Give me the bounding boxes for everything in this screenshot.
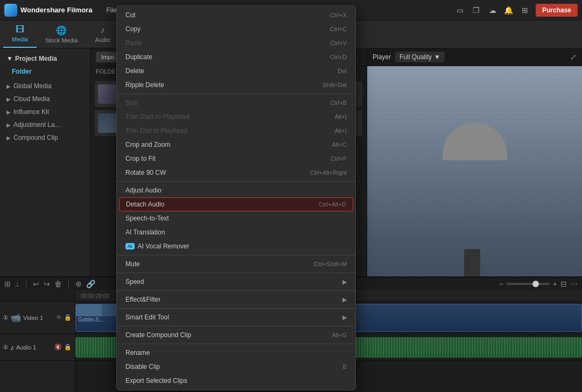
ctx-trim-start-shortcut: Alt+[ xyxy=(335,113,347,120)
ctx-export-selected-label: Export Selected Clips xyxy=(125,377,347,384)
sidebar-project-media-label: Project Media xyxy=(15,55,57,62)
sidebar-project-media-header[interactable]: ▼ Project Media xyxy=(4,52,86,66)
timeline-delete-icon[interactable]: 🗑 xyxy=(54,280,62,288)
ctx-copy[interactable]: Copy Ctrl+C xyxy=(117,22,355,36)
ctx-trim-end-label: Trim End to Playhead xyxy=(125,127,313,134)
ctx-ripple-delete[interactable]: Ripple Delete Shift+Del xyxy=(117,78,355,92)
video-track-num-icon: ① xyxy=(3,315,8,320)
top-bar-right: ▭ ❐ ☁ 🔔 ⊞ Purchase xyxy=(455,4,578,17)
ctx-split-label: Split xyxy=(125,99,308,106)
app-name: Wondershare Filmora xyxy=(20,6,92,14)
timeline-add-icon[interactable]: ⊞ xyxy=(4,280,11,288)
influence-kit-arrow-icon: ▶ xyxy=(6,109,11,115)
compound-clip-arrow-icon: ▶ xyxy=(6,135,11,141)
ctx-effect-filter[interactable]: Effect&Filter ▶ xyxy=(117,293,355,307)
timeline-sep-1 xyxy=(26,280,26,288)
ctx-duplicate-shortcut: Ctrl+D xyxy=(330,54,347,60)
sidebar-item-global-media[interactable]: ▶ Global Media xyxy=(0,80,90,92)
ctx-speech-to-text[interactable]: Speech-to-Text xyxy=(117,211,355,225)
sidebar-item-cloud-media[interactable]: ▶ Cloud Media xyxy=(0,92,90,105)
ctx-adjust-audio[interactable]: Adjust Audio xyxy=(117,183,355,197)
timeline-link-icon[interactable]: 🔗 xyxy=(86,280,95,288)
tab-audio[interactable]: ♪ Audio xyxy=(87,20,119,48)
context-menu: Cut Ctrl+X Copy Ctrl+C Paste Ctrl+V Dupl… xyxy=(116,5,356,390)
track-label-audio1: ① ♪ Audio 1 🔇 🔒 xyxy=(0,334,75,361)
ruler-mark-0: 00:00:29:00 xyxy=(81,293,109,299)
ctx-ai-vocal-remover-label: AI Vocal Remover xyxy=(138,243,347,250)
ctx-adjust-audio-label: Adjust Audio xyxy=(125,187,325,194)
ctx-paste: Paste Ctrl+V xyxy=(117,36,355,50)
player-label: Player xyxy=(373,53,391,61)
ctx-delete-shortcut: Del xyxy=(338,68,347,74)
ctx-disable-clip[interactable]: Disable Clip E xyxy=(117,360,355,374)
sidebar-folder[interactable]: Folder xyxy=(4,66,86,77)
ctx-crop-fit[interactable]: Crop to Fit Ctrl+F xyxy=(117,152,355,166)
ruler-spacer xyxy=(0,291,75,302)
audio-lock-icon[interactable]: 🔒 xyxy=(64,344,72,351)
ctx-crop-zoom[interactable]: Crop and Zoom Alt+C xyxy=(117,138,355,152)
cloud-icon[interactable]: ☁ xyxy=(487,5,498,16)
grid-list-icon[interactable]: ⊟ xyxy=(560,280,567,288)
audio-track-controls: 🔇 🔒 xyxy=(54,344,72,351)
quality-select[interactable]: Full Quality ▼ xyxy=(395,52,445,62)
tab-media[interactable]: 🎞 Media xyxy=(3,20,37,48)
ctx-delete[interactable]: Delete Del xyxy=(117,64,355,78)
ctx-crop-fit-label: Crop to Fit xyxy=(125,155,309,162)
ctx-trim-start-label: Trim Start to Playhead xyxy=(125,113,313,120)
zoom-minus-icon[interactable]: − xyxy=(499,280,503,288)
restore-icon[interactable]: ❐ xyxy=(471,5,482,16)
timeline-magnet-icon[interactable]: ⟂ xyxy=(15,280,19,288)
ctx-rotate[interactable]: Rotate 90 CW Ctrl+Alt+Right xyxy=(117,166,355,180)
ctx-paste-shortcut: Ctrl+V xyxy=(330,40,347,46)
ctx-speed-label: Speed xyxy=(125,278,342,286)
timeline-sep-2 xyxy=(68,280,69,288)
app-logo-icon xyxy=(4,4,17,17)
sidebar-item-adjustment-layer[interactable]: ▶ Adjustment La... xyxy=(0,118,90,131)
global-media-arrow-icon: ▶ xyxy=(6,83,11,89)
ctx-detach-audio[interactable]: Detach Audio Ctrl+Alt+D xyxy=(119,197,353,211)
video-eye-icon[interactable]: 👁 xyxy=(56,314,62,321)
ctx-cut[interactable]: Cut Ctrl+X xyxy=(117,8,355,22)
adjustment-layer-arrow-icon: ▶ xyxy=(6,122,11,128)
logo-area: Wondershare Filmora xyxy=(4,4,92,17)
timeline-undo-icon[interactable]: ↩ xyxy=(33,280,39,288)
ctx-duplicate[interactable]: Duplicate Ctrl+D xyxy=(117,50,355,64)
ctx-create-compound-clip[interactable]: Create Compound Clip Alt+G xyxy=(117,328,355,342)
ctx-trim-start: Trim Start to Playhead Alt+[ xyxy=(117,110,355,124)
tab-stock-media[interactable]: 🌐 Stock Media xyxy=(37,20,87,48)
sidebar-item-influence-kit[interactable]: ▶ Influence Kit xyxy=(0,105,90,118)
minimize-icon[interactable]: ▭ xyxy=(455,5,466,16)
zoom-track[interactable] xyxy=(507,283,550,285)
ctx-ai-translation[interactable]: AI Translation xyxy=(117,225,355,239)
more-options-icon[interactable]: ⋯ xyxy=(570,280,578,288)
ctx-smart-edit-tool[interactable]: Smart Edit Tool ▶ xyxy=(117,310,355,324)
player-topbar: Player Full Quality ▼ ⤢ xyxy=(367,48,582,66)
ctx-speed[interactable]: Speed ▶ xyxy=(117,275,355,289)
ctx-copy-shortcut: Ctrl+C xyxy=(330,26,347,32)
video-lock-icon[interactable]: 🔒 xyxy=(64,314,72,321)
bell-icon[interactable]: 🔔 xyxy=(503,5,514,16)
audio-mute-icon[interactable]: 🔇 xyxy=(54,344,62,351)
ctx-sep-4 xyxy=(117,273,355,273)
tab-audio-label: Audio xyxy=(95,37,110,43)
ctx-ai-vocal-remover[interactable]: AI AI Vocal Remover xyxy=(117,239,355,253)
ctx-export-selected[interactable]: Export Selected Clips xyxy=(117,374,355,388)
timeline-add-track-icon[interactable]: ⊕ xyxy=(75,280,82,288)
ctx-rename[interactable]: Rename xyxy=(117,346,355,360)
purchase-button[interactable]: Purchase xyxy=(536,4,578,17)
ctx-sep-8 xyxy=(117,344,355,344)
timeline-redo-icon[interactable]: ↪ xyxy=(44,280,50,288)
ctx-disable-clip-label: Disable Clip xyxy=(125,363,321,370)
tl-zoom-bar: − + ⊟ ⋯ xyxy=(499,280,578,288)
ctx-sep-2 xyxy=(117,181,355,182)
ctx-detach-audio-label: Detach Audio xyxy=(126,201,297,208)
ctx-mute[interactable]: Mute Ctrl+Shift+M xyxy=(117,257,355,271)
sidebar-item-compound-clip[interactable]: ▶ Compound Clip xyxy=(0,131,90,144)
grid-icon[interactable]: ⊞ xyxy=(520,5,530,16)
player-expand-icon[interactable]: ⤢ xyxy=(570,53,577,61)
clip-thumb xyxy=(76,304,103,316)
zoom-plus-icon[interactable]: + xyxy=(553,280,557,288)
ctx-split-shortcut: Ctrl+B xyxy=(330,99,347,106)
ctx-smart-edit-arrow-icon: ▶ xyxy=(342,314,347,321)
ctx-trim-end: Trim End to Playhead Alt+] xyxy=(117,124,355,138)
